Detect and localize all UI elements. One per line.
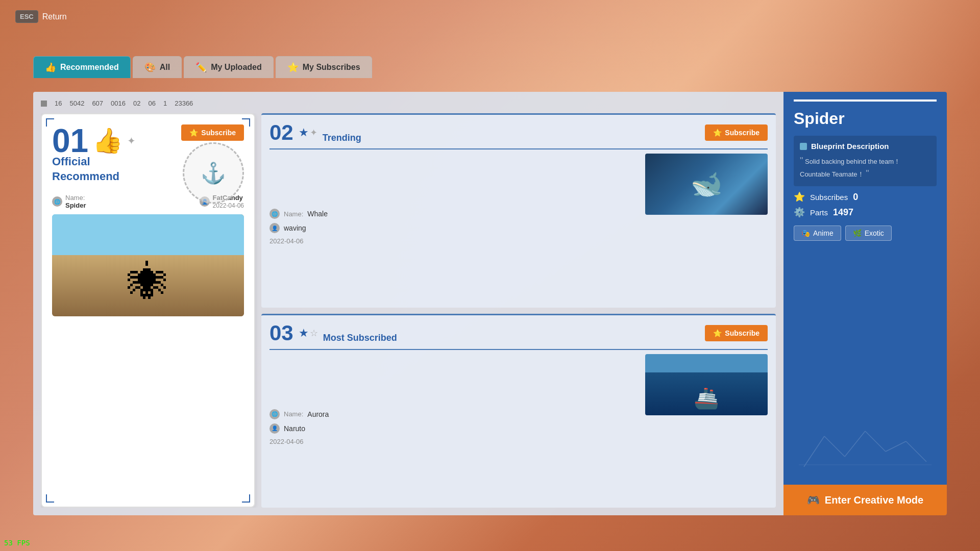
card03: 03 ★ ☆ Most Subscribed ⭐ Subscribe [261,314,776,508]
svg-line-3 [865,431,886,452]
tab-recommended[interactable]: 👍 Recommended [33,56,131,78]
gear-stat-icon: ⚙️ [794,207,805,218]
card01-number: 01 [52,124,88,157]
main-content: 16 5042 607 0016 02 06 1 23366 01 [33,92,947,515]
subscribes-icon: ⭐ [287,62,299,73]
parts-row: ⚙️ Parts 1497 [794,207,937,218]
right-panel-title: Spider [794,109,937,128]
card03-body: 🌐 Name: Aurora 👤 Naruto 2022-04-06 [270,354,768,501]
stamp-circle: ⚓ [183,142,244,204]
card02-number: 02 [270,122,293,143]
svg-line-2 [845,431,865,457]
tag-exotic-btn[interactable]: 🌿 Exotic [845,226,892,241]
card02-name-label: Name: [284,210,303,218]
stat-4: 0016 [111,99,126,107]
whale-image: 🐋 [645,154,768,215]
card01-image [52,214,244,316]
star-stat-icon: ⭐ [794,191,805,203]
tags-section: 🎭 Anime 🌿 Exotic [794,226,937,241]
list-panel: 16 5042 607 0016 02 06 1 23366 01 [33,92,783,515]
card03-title: Most Subscribed [323,333,397,343]
card03-divider [270,349,768,350]
card03-meta-author: 👤 Naruto [270,423,639,434]
corner-tr [242,118,250,127]
card03-meta: 🌐 Name: Aurora 👤 Naruto 2022-04-06 [270,354,639,501]
user-icon-2: 👤 [270,223,280,233]
star-icon: ⭐ [189,129,198,137]
enter-btn-label: Enter Creative Mode [825,494,923,506]
card03-subscribe-btn[interactable]: ⭐ Subscribe [705,325,768,341]
tag-anime-label: Anime [813,229,834,237]
card02: 02 ★ ✦ Trending ⭐ Subscribe [261,113,776,308]
card01-badge: Official [52,155,90,168]
card02-subscribe-btn[interactable]: ⭐ Subscribe [705,124,768,141]
card01-meta-name: 🌐 Name: Spider [52,194,86,209]
tab-my-uploaded[interactable]: ✏️ My Uploaded [184,56,274,78]
stat-5: 02 [133,99,140,107]
star-icon-2: ⭐ [713,129,722,137]
card02-author: waving [284,224,306,232]
svg-rect-6 [799,464,932,465]
right-panel-content: Spider Blueprint Description " Solid bac… [783,102,947,485]
card03-stars: ★ ☆ [299,327,318,340]
corner-tl [46,118,54,127]
blueprint-desc-text: Solid backing behind the team！Countable … [800,158,900,178]
stat-7: 1 [163,99,167,107]
card01-number-area: 01 👍 ✦ Official Recommend [52,124,136,184]
card02-body: 🌐 Name: Whale 👤 waving 2022-04-06 [270,154,768,300]
card02-title: Trending [323,133,361,143]
globe-icon: 🌐 [52,196,62,207]
card03-title-area: 03 ★ ☆ Most Subscribed [270,322,397,344]
tag-anime-btn[interactable]: 🎭 Anime [794,226,841,241]
tab-recommended-label: Recommended [60,63,119,72]
esc-badge[interactable]: ESC [15,10,38,23]
blueprint-section: Blueprint Description " Solid backing be… [794,136,937,186]
stat-6: 06 [148,99,155,107]
blueprint-sq-icon [800,143,807,150]
stats-bar: 16 5042 607 0016 02 06 1 23366 [41,99,776,107]
creative-icon: 🎮 [807,494,820,506]
tab-uploaded-label: My Uploaded [211,63,262,72]
tab-all-label: All [160,63,170,72]
card01-title: Official Recommend [52,155,136,184]
corner-br [242,494,250,503]
tab-subscribes-label: My Subscribes [303,63,360,72]
card03-date: 2022-04-06 [270,438,304,445]
enter-creative-mode-btn[interactable]: 🎮 Enter Creative Mode [783,485,947,515]
card03-meta-date: 2022-04-06 [270,438,639,445]
top-bar: ESC Return [15,10,67,23]
blueprint-watermark [794,416,937,477]
tab-my-subscribes[interactable]: ⭐ My Subscribes [276,56,372,78]
quote-open: " [800,156,803,166]
globe-icon-2: 🌐 [270,209,280,219]
user-icon-3: 👤 [270,423,280,434]
card01-name-label: Name: [65,194,85,202]
stats-square [41,101,47,107]
card03-name-label: Name: [284,410,303,418]
card02-divider [270,148,768,149]
card03-header: 03 ★ ☆ Most Subscribed ⭐ Subscribe [270,322,768,344]
card01-badge-area: ⭐ Subscribe ⚓ [181,124,244,141]
anime-icon: 🎭 [801,229,810,237]
svg-line-4 [886,441,906,452]
stat-3: 607 [92,99,103,107]
card03-thumb: 🚢 [645,354,768,415]
ship-image: 🚢 [645,354,768,415]
card01-subscribe-btn[interactable]: ⭐ Subscribe [181,124,244,141]
quote-close: " [866,168,869,179]
return-label: Return [42,12,67,21]
parts-label: Parts [810,208,828,217]
tab-all[interactable]: 🎨 All [133,56,182,78]
card02-date: 2022-04-06 [270,237,304,245]
svg-line-0 [804,436,824,467]
card01-recommend: Recommend [52,170,119,183]
card02-header: 02 ★ ✦ Trending ⭐ Subscribe [270,122,768,143]
tag-exotic-label: Exotic [865,229,884,237]
card03-name-value: Aurora [307,410,329,418]
stat-8: 23366 [175,99,193,107]
card02-title-area: 02 ★ ✦ Trending [270,122,361,143]
right-panel-image [794,241,937,477]
corner-bl [46,494,54,503]
svg-line-5 [906,441,926,462]
card02-star-outline: ✦ [310,127,317,138]
